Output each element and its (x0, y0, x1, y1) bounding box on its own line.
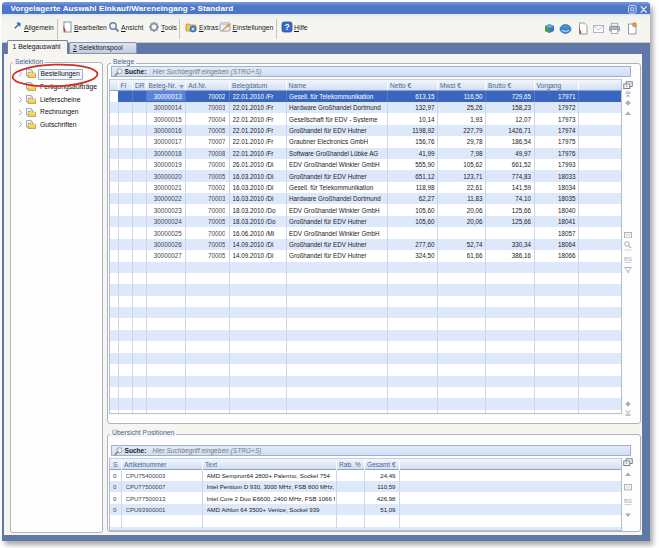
svg-text:BS: BS (624, 498, 632, 504)
svg-text:?: ? (284, 22, 289, 32)
svg-text:BS: BS (624, 256, 632, 262)
